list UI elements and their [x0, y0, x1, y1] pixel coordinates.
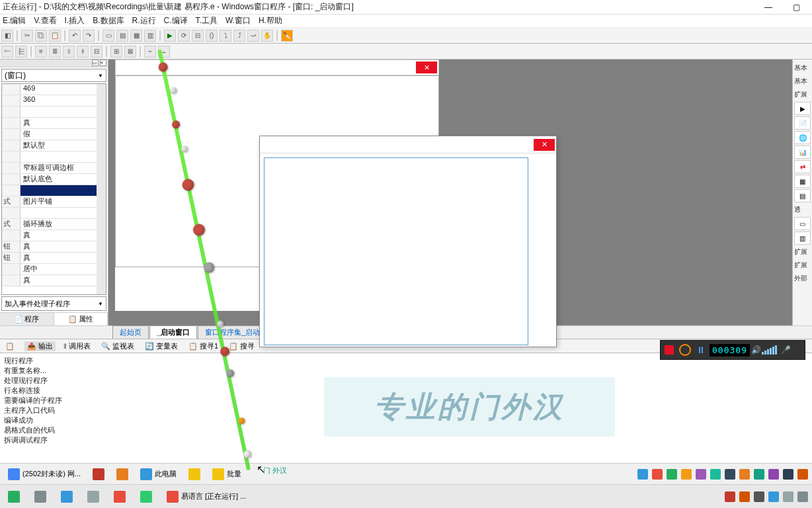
taskbar-item[interactable]: 批量	[208, 466, 245, 482]
property-row[interactable]: 360	[2, 95, 97, 106]
align-icon[interactable]: ⫟	[144, 46, 156, 58]
component-icon[interactable]: ⇄	[794, 160, 811, 173]
record-pause-button[interactable]: ⏸	[694, 343, 708, 357]
object-selector[interactable]: (窗口)	[1, 69, 106, 82]
property-row[interactable]: 钮真	[2, 253, 97, 264]
tray-icon[interactable]	[768, 469, 779, 480]
tray-icon[interactable]	[739, 469, 750, 480]
undo-icon[interactable]: ↶	[69, 30, 81, 42]
paste-icon[interactable]: 📋	[49, 30, 61, 42]
record-stop-button[interactable]	[662, 343, 676, 357]
tool-icon[interactable]: ▭	[102, 30, 114, 42]
event-selector[interactable]: 加入事件处理子程序	[1, 296, 106, 311]
align-icon[interactable]: ≣	[49, 46, 61, 58]
runtime-window[interactable]: ✕	[259, 136, 557, 347]
menu-compile[interactable]: C.编译	[164, 15, 188, 26]
speaker-icon[interactable]: 🔊	[751, 345, 760, 355]
align-icon[interactable]: ⊠	[124, 46, 136, 58]
tray-icon[interactable]	[754, 469, 764, 480]
output-tab-callstack[interactable]: ⦀ 调用表	[61, 341, 93, 351]
panel-close-icon[interactable]: ×	[100, 60, 106, 66]
property-row[interactable]: 式循环播放	[2, 219, 97, 230]
cut-icon[interactable]: ✂	[21, 30, 33, 42]
tray-icon[interactable]	[768, 491, 779, 502]
tool-icon[interactable]: ⊟	[192, 30, 204, 42]
taskbar-item[interactable]	[83, 489, 103, 505]
minimize-button[interactable]: —	[759, 3, 778, 12]
property-row[interactable]: 真	[2, 118, 97, 129]
taskbar-item[interactable]	[30, 489, 50, 505]
pointer-icon[interactable]: ▶	[794, 102, 811, 115]
output-tab-search1[interactable]: 📋 搜寻1	[186, 341, 221, 351]
output-tab-search[interactable]: 📋 搜寻	[226, 341, 257, 351]
taskbar-item[interactable]: (2502封未读) 网...	[4, 466, 85, 482]
maximize-button[interactable]: ▢	[787, 3, 805, 12]
menu-tools[interactable]: T.工具	[196, 15, 218, 26]
property-row[interactable]: 真	[2, 275, 97, 286]
component-icon[interactable]: ▦	[794, 175, 811, 188]
redo-icon[interactable]: ↷	[83, 30, 95, 42]
step-over-icon[interactable]: ⤴	[233, 30, 245, 42]
runtime-titlebar[interactable]: ✕	[260, 136, 556, 153]
component-icon[interactable]: ▥	[794, 232, 811, 245]
tray-icon[interactable]	[783, 491, 793, 502]
property-row[interactable]: 469	[2, 84, 97, 95]
tray-icon[interactable]	[725, 491, 735, 502]
tray-icon[interactable]	[696, 469, 706, 480]
taskbar-item[interactable]	[184, 466, 204, 482]
property-row[interactable]	[2, 151, 97, 163]
tray-icon[interactable]	[652, 469, 663, 480]
tray-icon[interactable]	[797, 491, 808, 502]
tab-program[interactable]: 📄 程序	[0, 313, 54, 325]
align-icon[interactable]: ⫠	[158, 46, 170, 58]
menu-run[interactable]: R.运行	[132, 15, 156, 26]
property-row[interactable]: 居中	[2, 264, 97, 275]
tool-icon[interactable]: ▥	[144, 30, 156, 42]
menu-insert[interactable]: I.插入	[65, 15, 85, 26]
align-icon[interactable]: ⬳	[1, 46, 13, 58]
tab-start-page[interactable]: 起始页	[112, 325, 149, 339]
run-icon[interactable]: ▶	[164, 30, 176, 42]
menu-edit[interactable]: E.编辑	[3, 15, 26, 26]
tray-icon[interactable]	[637, 469, 648, 480]
taskbar-item[interactable]	[4, 489, 24, 505]
panel-pin-icon[interactable]: ▭	[92, 60, 99, 66]
property-grid[interactable]: 469360真假默认型窄标题可调边框默认底色式图片平铺式循环播放真钮真钮真居中真	[1, 83, 106, 295]
component-icon[interactable]: 📄	[794, 116, 811, 130]
property-row[interactable]: 默认型	[2, 140, 97, 151]
property-row[interactable]: 假	[2, 129, 97, 140]
align-icon[interactable]: ⫴	[63, 46, 75, 58]
menu-view[interactable]: V.查看	[34, 15, 56, 26]
taskbar-item[interactable]	[136, 489, 156, 505]
copy-icon[interactable]: ⿻	[35, 30, 47, 42]
component-icon[interactable]: 🌐	[794, 131, 811, 144]
property-row[interactable]	[2, 185, 97, 196]
taskbar-item[interactable]	[89, 466, 108, 482]
step-out-icon[interactable]: ⤻	[247, 30, 259, 42]
step-into-icon[interactable]: ⤵	[220, 30, 231, 42]
component-icon[interactable]: ▭	[794, 217, 811, 230]
tray-icon[interactable]	[754, 491, 764, 502]
tab-window-assembly[interactable]: 窗口程序集_启动	[198, 325, 267, 339]
tool-icon[interactable]: ()	[206, 30, 218, 42]
taskbar-item[interactable]: 此电脑	[136, 466, 181, 482]
align-icon[interactable]: ⊟	[91, 46, 102, 58]
screen-recorder[interactable]: ⏸ 000309 🔊 🎤	[660, 340, 805, 360]
taskbar-item[interactable]	[57, 489, 77, 505]
tray-icon[interactable]	[710, 469, 721, 480]
tray-icon[interactable]	[681, 469, 692, 480]
menu-database[interactable]: B.数据库	[93, 15, 124, 26]
breakpoint-icon[interactable]: ✋	[261, 30, 273, 42]
form-close-button[interactable]: ✕	[416, 62, 437, 73]
tray-icon[interactable]	[783, 469, 793, 480]
tray-icon[interactable]	[797, 469, 808, 480]
tab-properties[interactable]: 📋 属性	[54, 313, 108, 325]
menu-help[interactable]: H.帮助	[259, 15, 282, 26]
property-row[interactable]: 钮真	[2, 241, 97, 253]
tray-icon[interactable]	[725, 469, 735, 480]
taskbar-item[interactable]	[112, 466, 132, 482]
output-tab-watch[interactable]: 🔍 监视表	[99, 341, 137, 351]
property-row[interactable]: 默认底色	[2, 174, 97, 185]
output-tab-variables[interactable]: 🔄 变量表	[142, 341, 181, 351]
output-tab-tips[interactable]: 📋	[3, 342, 19, 351]
